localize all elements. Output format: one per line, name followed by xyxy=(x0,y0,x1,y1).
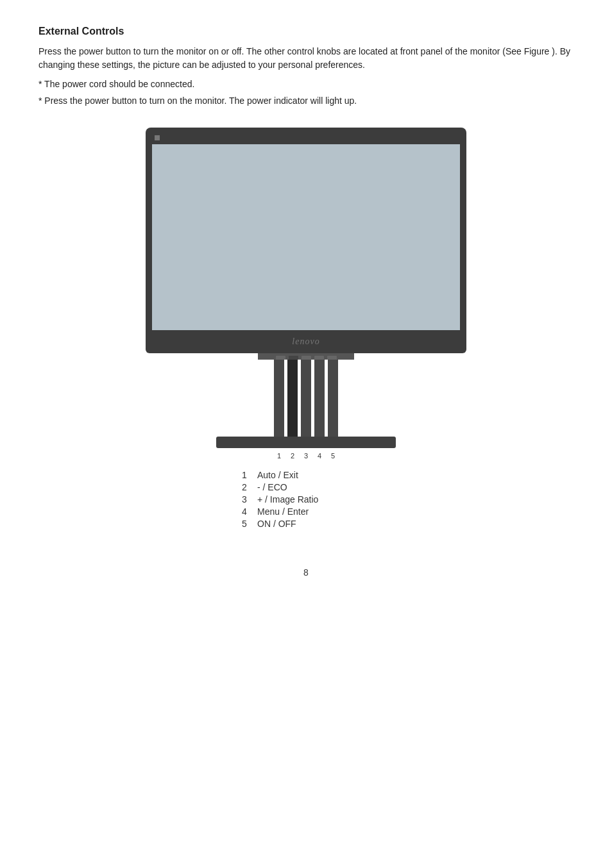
monitor-body xyxy=(146,128,466,330)
stand-base xyxy=(216,437,396,448)
control-item-5: 5 ON / OFF xyxy=(242,519,370,529)
lenovo-logo: lenovo xyxy=(292,337,319,347)
pillar-1 xyxy=(274,360,284,437)
monitor-screen xyxy=(152,144,460,330)
control-item-3: 3 + / Image Ratio xyxy=(242,494,370,505)
control-num-3: 3 xyxy=(242,494,252,505)
pillar-4 xyxy=(314,360,325,437)
pillar-5 xyxy=(328,360,338,437)
monitor-illustration: lenovo 1 xyxy=(38,128,574,529)
section-title: External Controls xyxy=(38,26,574,37)
label-4: 4 xyxy=(314,452,325,460)
control-num-5: 5 xyxy=(242,519,252,529)
control-label-1: Auto / Exit xyxy=(257,470,298,480)
power-indicator xyxy=(155,135,160,140)
label-1: 1 xyxy=(274,452,284,460)
control-num-2: 2 xyxy=(242,482,252,492)
control-item-1: 1 Auto / Exit xyxy=(242,470,370,480)
monitor-chin: lenovo xyxy=(146,330,466,353)
control-num-4: 4 xyxy=(242,506,252,517)
control-label-3: + / Image Ratio xyxy=(257,494,318,505)
pillar-3 xyxy=(301,360,311,437)
controls-list: 1 Auto / Exit 2 - / ECO 3 + / Image Rati… xyxy=(242,470,370,529)
note2: * Press the power button to turn on the … xyxy=(38,94,574,108)
control-num-1: 1 xyxy=(242,470,252,480)
label-5: 5 xyxy=(328,452,338,460)
control-label-5: ON / OFF xyxy=(257,519,296,529)
number-labels-row: 1 2 3 4 5 xyxy=(261,452,351,460)
label-2: 2 xyxy=(287,452,298,460)
control-item-2: 2 - / ECO xyxy=(242,482,370,492)
label-3: 3 xyxy=(301,452,311,460)
intro-paragraph: Press the power button to turn the monit… xyxy=(38,45,574,72)
control-label-2: - / ECO xyxy=(257,482,287,492)
page-number: 8 xyxy=(38,567,574,578)
stand-pillars xyxy=(261,360,351,437)
control-item-4: 4 Menu / Enter xyxy=(242,506,370,517)
control-label-4: Menu / Enter xyxy=(257,506,309,517)
note1: * The power cord should be connected. xyxy=(38,77,574,91)
stand-section: 1 2 3 4 5 xyxy=(216,353,396,460)
pillar-2 xyxy=(287,360,298,437)
